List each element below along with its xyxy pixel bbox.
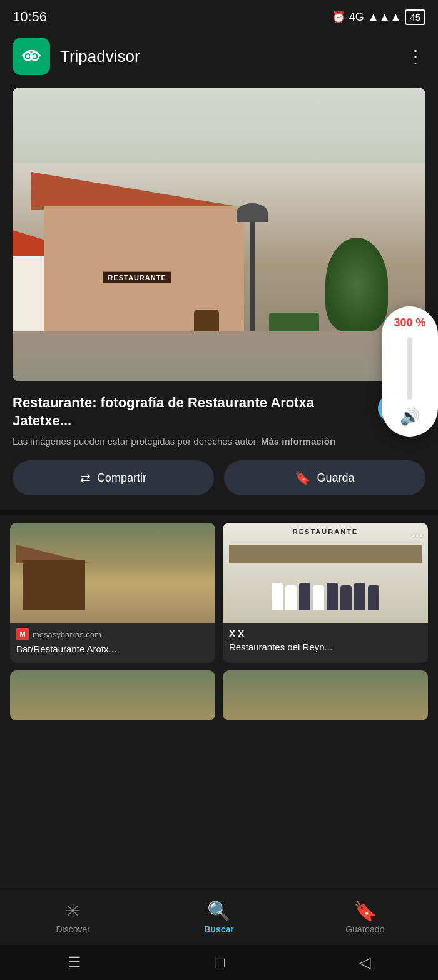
app-title: Tripadvisor	[60, 47, 407, 66]
guardado-label: Guardado	[345, 924, 384, 934]
building-roof	[31, 172, 257, 210]
sign-text: RESTAURANTE	[103, 272, 171, 283]
svg-point-3	[33, 54, 36, 58]
svg-point-2	[26, 54, 29, 58]
menu-button[interactable]: ☰	[68, 954, 81, 971]
volume-bar	[407, 337, 412, 400]
home-button[interactable]: □	[216, 954, 225, 971]
app-header: Tripadvisor ⋮	[0, 31, 438, 81]
section-divider	[0, 510, 438, 515]
alarm-icon: ⏰	[332, 10, 345, 24]
share-label: Compartir	[97, 472, 146, 485]
result-source-2: X X	[229, 628, 422, 639]
sky	[13, 88, 425, 163]
system-navigation: ☰ □ ◁	[0, 945, 438, 980]
result-card-1[interactable]: M mesasybarras.com Bar/Restaurante Arotx…	[10, 523, 215, 663]
more-info-link[interactable]: Más información	[261, 436, 335, 447]
ground	[13, 331, 425, 381]
tree	[325, 238, 388, 331]
photo-title: Restaurante: fotografía de Restaurante A…	[13, 394, 370, 430]
photo-description: Las imágenes pueden estar protegidas por…	[13, 435, 425, 448]
partial-results-row	[10, 670, 428, 720]
result-image-1	[10, 523, 215, 623]
sign-bg	[229, 545, 422, 563]
back-button[interactable]: ◁	[359, 954, 370, 971]
more-menu-icon[interactable]: ⋮	[407, 46, 425, 67]
action-buttons: ⇄ Compartir 🔖 Guarda	[0, 448, 438, 495]
status-time: 10:56	[13, 9, 47, 25]
nav-item-buscar[interactable]: 🔍 Buscar	[181, 900, 257, 934]
bottom-navigation: ✳ Discover 🔍 Buscar 🔖 Guardado	[0, 889, 438, 945]
nav-item-discover[interactable]: ✳ Discover	[36, 900, 111, 934]
results-section: M mesasybarras.com Bar/Restaurante Arotx…	[0, 515, 438, 728]
partial-card-1[interactable]	[10, 670, 215, 720]
people-group	[272, 583, 379, 610]
nav-item-guardado[interactable]: 🔖 Guardado	[327, 900, 402, 934]
source-name-1: mesasybarras.com	[33, 630, 101, 639]
result-card-2[interactable]: ··· RESTAURANTE X X Restaur	[223, 523, 428, 663]
main-image: RESTAURANTE	[13, 88, 425, 381]
save-button[interactable]: 🔖 Guarda	[224, 460, 425, 495]
result-name-1: Bar/Restaurante Arotx...	[16, 644, 116, 654]
results-grid: M mesasybarras.com Bar/Restaurante Arotx…	[10, 523, 428, 663]
result-content-1: M mesasybarras.com Bar/Restaurante Arotx…	[10, 623, 215, 663]
volume-popup: 300 % 🔊	[382, 306, 438, 437]
result-source-1: M mesasybarras.com	[16, 628, 209, 640]
share-icon: ⇄	[80, 470, 91, 485]
volume-bar-fill	[407, 337, 412, 400]
source-name-2: X X	[229, 628, 244, 639]
main-image-container: RESTAURANTE 300 % 🔊	[13, 88, 425, 381]
volume-icon: 🔊	[400, 407, 420, 427]
partial-card-image-1	[10, 670, 215, 720]
save-label: Guarda	[317, 472, 354, 485]
wooden-structure	[23, 560, 85, 610]
buscar-label: Buscar	[204, 924, 233, 934]
source-icon-1: M	[16, 628, 29, 640]
discover-label: Discover	[56, 924, 89, 934]
result-name-2: Restaurantes del Reyn...	[229, 642, 332, 652]
lamphead	[237, 203, 268, 222]
network-icon: 4G	[349, 11, 364, 24]
share-button[interactable]: ⇄ Compartir	[13, 460, 214, 495]
partial-card-2[interactable]	[223, 670, 428, 720]
restaurant-sign-2: RESTAURANTE	[223, 528, 428, 535]
search-icon: 🔍	[207, 900, 230, 922]
result-image-2: ··· RESTAURANTE	[223, 523, 428, 623]
battery-indicator: 45	[405, 9, 425, 25]
lamppost	[250, 219, 255, 344]
restaurant-scene: RESTAURANTE	[13, 88, 425, 381]
discover-icon: ✳	[65, 900, 81, 922]
info-section: Restaurante: fotografía de Restaurante A…	[0, 381, 438, 448]
status-icons: ⏰ 4G ▲▲▲ 45	[332, 9, 425, 25]
volume-percent: 300 %	[394, 316, 425, 330]
saved-icon: 🔖	[354, 900, 377, 922]
partial-card-image-2	[223, 670, 428, 720]
result-content-2: X X Restaurantes del Reyn...	[223, 623, 428, 661]
info-row: Restaurante: fotografía de Restaurante A…	[13, 394, 425, 430]
app-logo	[13, 38, 50, 75]
status-bar: 10:56 ⏰ 4G ▲▲▲ 45	[0, 0, 438, 31]
save-icon: 🔖	[295, 470, 310, 485]
signal-icon: ▲▲▲	[368, 11, 401, 24]
